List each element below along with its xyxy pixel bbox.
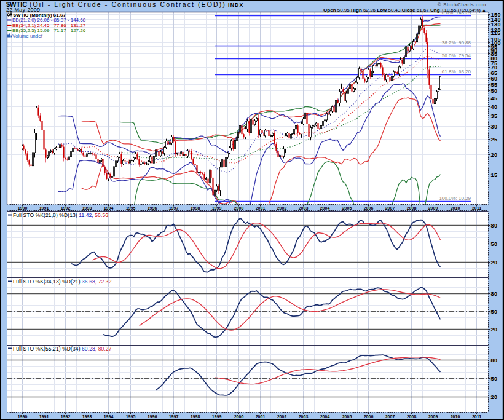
svg-text:2005: 2005 (342, 206, 352, 210)
svg-text:1999: 1999 (212, 414, 222, 419)
svg-text:Volume undef: Volume undef (12, 33, 43, 39)
svg-text:45: 45 (491, 95, 498, 101)
svg-text:1993: 1993 (82, 414, 92, 419)
svg-text:115: 115 (491, 30, 501, 36)
svg-text:2004: 2004 (320, 206, 330, 210)
svg-text:2008: 2008 (407, 414, 417, 419)
svg-text:40: 40 (491, 104, 498, 110)
svg-text:1997: 1997 (169, 206, 179, 210)
svg-text:1992: 1992 (61, 414, 71, 419)
svg-text:1996: 1996 (148, 206, 157, 210)
svg-text:55: 55 (491, 82, 498, 88)
svg-text:Open 50.95 High 62.26 Low 50.4: Open 50.95 High 62.26 Low 50.43 Close 61… (323, 7, 486, 13)
svg-text:2001: 2001 (256, 206, 266, 210)
svg-text:© StockCharts.com: © StockCharts.com (438, 2, 486, 7)
svg-text:1991: 1991 (39, 206, 49, 210)
svg-text:20: 20 (491, 152, 498, 158)
svg-text:Full STO %K(55,21) %D(34) 60.2: Full STO %K(55,21) %D(34) 60.28, 80.27 (13, 346, 112, 352)
svg-text:1994: 1994 (104, 414, 114, 419)
svg-text:2003: 2003 (299, 414, 309, 419)
svg-text:20: 20 (491, 394, 498, 400)
svg-text:Full STO %K(21,8) %D(13) 11.42: Full STO %K(21,8) %D(13) 11.42, 56.56 (13, 212, 108, 218)
svg-text:1995: 1995 (126, 206, 136, 210)
svg-text:50.0%: 79.54: 50.0%: 79.54 (442, 53, 471, 58)
svg-text:2009: 2009 (428, 414, 438, 419)
svg-text:2008: 2008 (407, 206, 417, 210)
svg-text:50: 50 (491, 88, 498, 94)
svg-text:1994: 1994 (104, 206, 114, 210)
svg-text:2000: 2000 (234, 206, 244, 210)
svg-text:80: 80 (491, 223, 498, 229)
svg-text:2009: 2009 (428, 206, 438, 210)
svg-text:2011: 2011 (472, 414, 481, 419)
svg-text:38.2%: 95.88: 38.2%: 95.88 (442, 40, 471, 46)
svg-text:INDX: INDX (228, 2, 244, 8)
svg-text:2007: 2007 (385, 206, 395, 210)
svg-text:30: 30 (491, 124, 498, 130)
svg-text:1990: 1990 (18, 206, 28, 210)
svg-text:2001: 2001 (256, 414, 266, 419)
svg-text:35: 35 (491, 113, 498, 119)
svg-text:1990: 1990 (18, 414, 28, 419)
svg-text:80: 80 (491, 357, 498, 363)
svg-text:1999: 1999 (212, 206, 222, 210)
svg-text:20: 20 (491, 327, 498, 333)
svg-text:2003: 2003 (299, 206, 309, 210)
svg-text:80: 80 (491, 291, 498, 297)
svg-text:2007: 2007 (385, 414, 395, 419)
svg-text:2006: 2006 (364, 206, 374, 210)
svg-text:1998: 1998 (191, 206, 200, 210)
svg-text:2002: 2002 (277, 206, 287, 210)
svg-text:1992: 1992 (61, 206, 71, 210)
svg-text:50: 50 (491, 241, 498, 247)
svg-text:1998: 1998 (191, 414, 200, 419)
svg-text:2002: 2002 (277, 414, 287, 419)
svg-text:1997: 1997 (169, 414, 179, 419)
svg-text:15: 15 (491, 172, 498, 178)
svg-text:2011: 2011 (472, 206, 481, 210)
svg-text:60: 60 (491, 76, 498, 82)
svg-text:(Oil - Light Crude - Continuou: (Oil - Light Crude - Continuous Contract… (30, 1, 226, 8)
svg-text:25: 25 (491, 137, 498, 143)
svg-text:1996: 1996 (148, 414, 157, 419)
svg-text:1993: 1993 (82, 206, 92, 210)
svg-text:$WTIC (Monthly) 61.67: $WTIC (Monthly) 61.67 (14, 12, 66, 18)
svg-text:61.8%: 63.20: 61.8%: 63.20 (442, 69, 471, 74)
svg-text:20: 20 (491, 260, 498, 266)
svg-text:2000: 2000 (234, 414, 244, 419)
svg-text:2005: 2005 (342, 414, 352, 419)
svg-text:2010: 2010 (451, 206, 460, 210)
svg-text:Full STO %K(34,13) %D(21) 36.6: Full STO %K(34,13) %D(21) 36.68, 72.32 (13, 279, 112, 285)
svg-text:2004: 2004 (320, 414, 330, 419)
svg-text:2010: 2010 (451, 414, 460, 419)
svg-text:1995: 1995 (126, 414, 136, 419)
svg-text:1991: 1991 (39, 414, 49, 419)
svg-text:50: 50 (491, 376, 498, 382)
svg-text:2006: 2006 (364, 414, 374, 419)
svg-text:50: 50 (491, 309, 498, 315)
svg-text:100.0%: 10.29: 100.0%: 10.29 (439, 196, 471, 201)
